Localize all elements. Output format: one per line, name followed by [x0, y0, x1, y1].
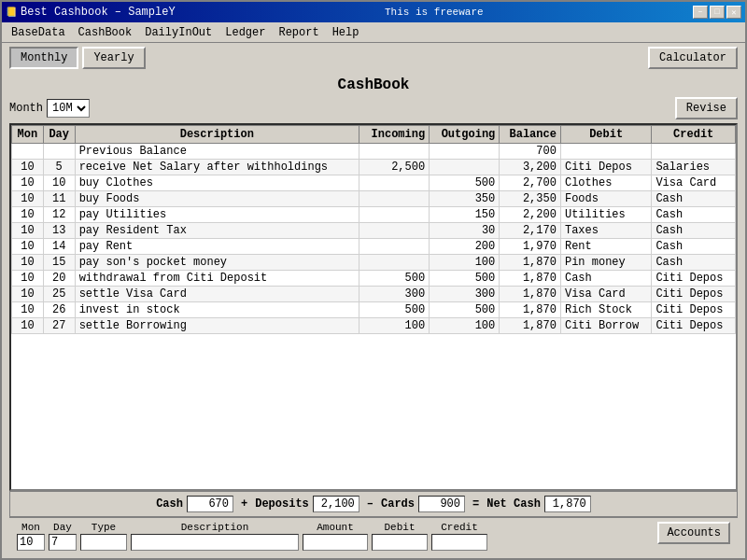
- main-content: CashBook Month 1M2M3M4M 5M6M7M8M 9M10M11…: [2, 73, 745, 558]
- menu-dailyinout[interactable]: DailyInOut: [139, 24, 218, 41]
- input-debit[interactable]: [372, 534, 428, 551]
- table-row[interactable]: 1013pay Resident Tax302,170TaxesCash: [12, 223, 736, 239]
- title-bar: 📒 Best Cashbook – SampleY This is freewa…: [2, 2, 745, 22]
- table-row[interactable]: 1012pay Utilities1502,200UtilitiesCash: [12, 207, 736, 223]
- header-mon: Mon: [12, 126, 44, 144]
- op1: +: [241, 497, 247, 511]
- toolbar-left: Monthly Yearly: [9, 47, 146, 69]
- deposits-value: 2,100: [313, 496, 359, 512]
- minimize-button[interactable]: –: [693, 6, 708, 19]
- header-day: Day: [43, 126, 75, 144]
- table-row[interactable]: 1025settle Visa Card3003001,870Visa Card…: [12, 287, 736, 302]
- calculator-button[interactable]: Calculator: [648, 47, 738, 69]
- op2: –: [367, 497, 374, 511]
- field-group-credit: Credit: [431, 522, 487, 551]
- cashbook-table-container: Mon Day Description Incoming Outgoing Ba…: [9, 123, 738, 491]
- field-group-type: Type: [80, 522, 127, 551]
- header-desc: Description: [75, 126, 359, 144]
- field-group-desc: Description: [131, 522, 299, 551]
- accounts-button[interactable]: Accounts: [657, 522, 730, 544]
- table-row[interactable]: 1026invest in stock5005001,870Rich Stock…: [12, 302, 736, 318]
- table-row[interactable]: 1010buy Clothes5002,700ClothesVisa Card: [12, 175, 736, 191]
- input-description[interactable]: [131, 534, 299, 551]
- menu-cashbook[interactable]: CashBook: [73, 24, 138, 41]
- input-row: Mon Day Type Description: [9, 517, 738, 554]
- field-group-amount: Amount: [303, 522, 368, 551]
- input-type[interactable]: [80, 534, 127, 551]
- input-day[interactable]: [49, 534, 77, 551]
- window-controls: – □ ✕: [693, 6, 741, 19]
- table-row[interactable]: 1027settle Borrowing1001001,870Citi Borr…: [12, 318, 736, 334]
- input-credit[interactable]: [431, 534, 487, 551]
- input-amount-label: Amount: [303, 522, 368, 533]
- page-title: CashBook: [9, 77, 738, 93]
- month-label: Month: [9, 102, 43, 115]
- cards-label: Cards: [381, 497, 415, 511]
- input-fields: Mon Day Type Description: [17, 522, 487, 551]
- title-bar-left: 📒 Best Cashbook – SampleY: [6, 6, 176, 19]
- table-row[interactable]: Previous Balance700: [12, 144, 736, 160]
- table-row[interactable]: 1015pay son's pocket money1001,870Pin mo…: [12, 255, 736, 271]
- monthly-button[interactable]: Monthly: [9, 47, 78, 69]
- field-group-debit: Debit: [372, 522, 428, 551]
- window-subtitle: This is freeware: [176, 7, 693, 18]
- month-selector-wrap: Month 1M2M3M4M 5M6M7M8M 9M10M11M12M: [9, 99, 90, 118]
- revise-button[interactable]: Revise: [675, 97, 738, 119]
- input-mon-label: Mon: [17, 522, 45, 533]
- input-credit-label: Credit: [431, 522, 487, 533]
- input-debit-label: Debit: [372, 522, 428, 533]
- op3: =: [472, 497, 479, 511]
- close-button[interactable]: ✕: [726, 6, 741, 19]
- table-row[interactable]: 1020withdrawal from Citi Deposit5005001,…: [12, 271, 736, 287]
- input-amount[interactable]: [303, 534, 368, 551]
- cashbook-table: Mon Day Description Incoming Outgoing Ba…: [11, 125, 736, 334]
- input-type-label: Type: [80, 522, 127, 533]
- app-icon: 📒: [6, 7, 17, 18]
- header-incoming: Incoming: [359, 126, 430, 144]
- summary-section: Cash 670 + Deposits 2,100 – Cards 900 = …: [156, 496, 591, 512]
- input-row-header: Mon Day Type Description: [17, 522, 730, 551]
- main-window: 📒 Best Cashbook – SampleY This is freewa…: [0, 0, 747, 560]
- cards-value: 900: [418, 496, 465, 512]
- summary-bar: Cash 670 + Deposits 2,100 – Cards 900 = …: [9, 491, 738, 517]
- table-row[interactable]: 1011buy Foods3502,350FoodsCash: [12, 191, 736, 207]
- month-select[interactable]: 1M2M3M4M 5M6M7M8M 9M10M11M12M: [47, 99, 90, 118]
- header-debit: Debit: [560, 126, 651, 144]
- input-desc-label: Description: [131, 522, 299, 533]
- netcash-value: 1,870: [544, 496, 591, 512]
- table-row[interactable]: 105receive Net Salary after withholdings…: [12, 160, 736, 175]
- netcash-label: Net Cash: [486, 497, 541, 511]
- field-group-day: Day: [49, 522, 77, 551]
- cash-label: Cash: [156, 497, 183, 511]
- menu-report[interactable]: Report: [273, 24, 324, 41]
- yearly-button[interactable]: Yearly: [82, 47, 145, 69]
- cash-value: 670: [187, 496, 233, 512]
- field-group-mon: Mon: [17, 522, 45, 551]
- input-mon[interactable]: [17, 534, 45, 551]
- header-credit: Credit: [652, 126, 736, 144]
- top-controls: Month 1M2M3M4M 5M6M7M8M 9M10M11M12M Revi…: [9, 97, 738, 119]
- table-row[interactable]: 1014pay Rent2001,970RentCash: [12, 239, 736, 255]
- menu-bar: BaseData CashBook DailyInOut Ledger Repo…: [2, 22, 745, 43]
- deposits-label: Deposits: [255, 497, 309, 511]
- window-title: Best Cashbook – SampleY: [21, 6, 176, 19]
- header-balance: Balance: [500, 126, 561, 144]
- menu-ledger[interactable]: Ledger: [219, 24, 271, 41]
- menu-basedata[interactable]: BaseData: [6, 24, 71, 41]
- menu-help[interactable]: Help: [327, 24, 365, 41]
- header-outgoing: Outgoing: [430, 126, 500, 144]
- maximize-button[interactable]: □: [710, 6, 725, 19]
- input-day-label: Day: [49, 522, 77, 533]
- toolbar: Monthly Yearly Calculator: [2, 43, 745, 73]
